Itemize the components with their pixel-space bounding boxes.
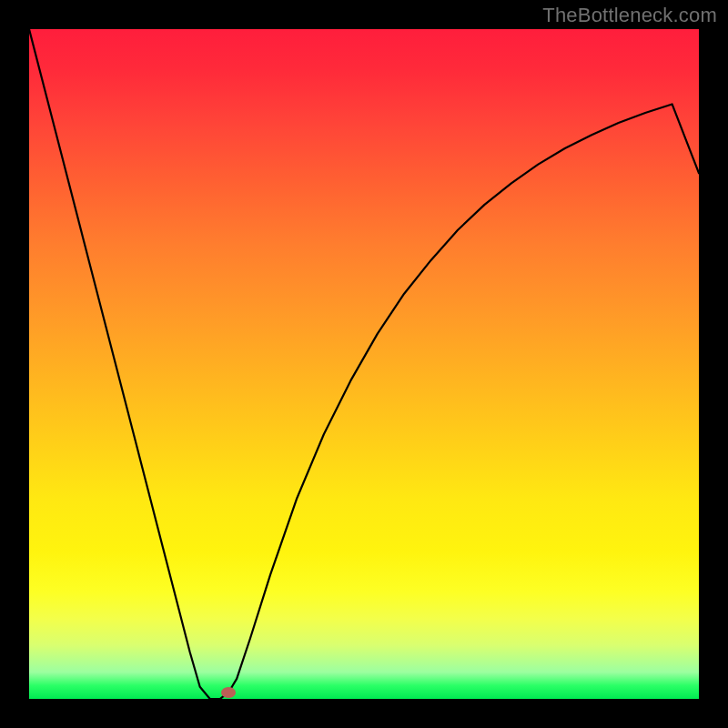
plot-area [29,29,699,699]
bottleneck-curve [29,29,699,699]
chart-frame: TheBottleneck.com [0,0,728,728]
watermark-text: TheBottleneck.com [542,4,717,27]
optimum-marker [221,687,236,698]
